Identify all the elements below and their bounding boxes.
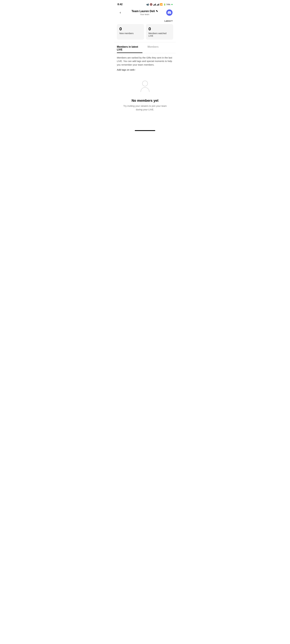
battery-dot (172, 4, 172, 5)
filter-row: Latest ▾ (114, 18, 176, 24)
discord-icon (168, 11, 171, 14)
header-title-block: Team Lauren Deli ✎ Your team (123, 10, 166, 16)
description-text: Members are ranked by the Gifts they sen… (117, 56, 173, 67)
person-body (140, 87, 150, 92)
add-tags-link[interactable]: Add tags on web › (117, 68, 136, 71)
filter-label: Latest (164, 20, 171, 22)
battery-icon: 🔋74% (164, 3, 170, 6)
empty-state-title: No members yet (132, 98, 158, 103)
watched-live-count: 0 (148, 26, 171, 32)
header: ‹ Team Lauren Deli ✎ Your team (114, 8, 176, 18)
stat-card-watched-live: 0 Members watched LIVE (146, 24, 173, 40)
signal-bars-1 (153, 3, 156, 6)
tabs: Members in latest LIVE Members (114, 43, 176, 53)
home-indicator (114, 127, 176, 132)
watched-live-label: Members watched LIVE (148, 32, 171, 37)
back-button[interactable]: ‹ (118, 10, 123, 16)
filter-dropdown[interactable]: Latest ▾ (164, 20, 172, 22)
status-time: 8:42 (118, 3, 122, 6)
status-bar: 8:42 📹 🔇 📶 🔋74% (114, 0, 176, 8)
muted-icon: 🔇 (150, 3, 152, 6)
stat-card-new-members: 0 New members (117, 24, 144, 40)
status-icons: 📹 🔇 📶 🔋74% (146, 3, 172, 6)
content-area: Members are ranked by the Gifts they sen… (114, 53, 176, 118)
page-title: Team Lauren Deli ✎ (123, 10, 166, 13)
chevron-down-icon: ▾ (172, 20, 172, 22)
header-subtitle: Your team (123, 13, 166, 16)
back-arrow-icon: ‹ (120, 10, 121, 14)
discord-button[interactable] (166, 10, 172, 16)
home-bar (135, 130, 155, 131)
chevron-right-icon: › (135, 68, 136, 71)
camera-status-icon: 📹 (146, 3, 149, 6)
stats-row: 0 New members 0 Members watched LIVE (114, 24, 176, 42)
person-placeholder-icon (139, 81, 151, 95)
new-members-count: 0 (119, 26, 142, 32)
signal-bars-2 (156, 3, 159, 6)
person-head (142, 81, 148, 86)
empty-state-subtitle: Try inviting your viewers to join your t… (122, 104, 168, 111)
empty-state: No members yet Try inviting your viewers… (117, 71, 173, 118)
edit-icon[interactable]: ✎ (156, 10, 158, 13)
new-members-label: New members (119, 32, 142, 34)
wifi-icon: 📶 (160, 3, 162, 6)
tab-members[interactable]: Members (145, 43, 176, 53)
tab-members-in-latest-live[interactable]: Members in latest LIVE (114, 43, 145, 53)
